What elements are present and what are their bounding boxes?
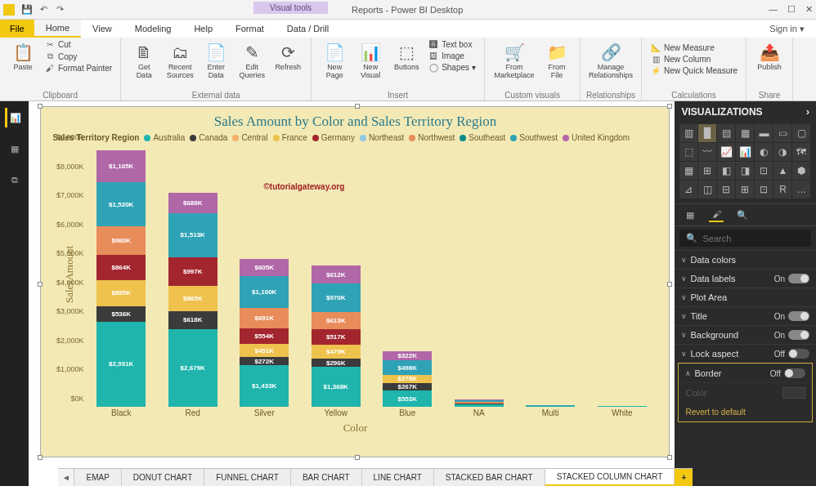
publish-button[interactable]: 📤Publish	[751, 39, 787, 74]
report-view-icon[interactable]: 📊	[5, 108, 25, 127]
bar-column[interactable]: $2,931K$536K$895K$864K$980K$1,520K$1,105…	[85, 150, 157, 407]
bar-column[interactable]	[443, 399, 515, 407]
bar-segment[interactable]: $554K	[240, 328, 289, 345]
redo-icon[interactable]: ↷	[52, 2, 67, 17]
data-drill-tab[interactable]: Data / Drill	[276, 20, 340, 37]
legend-item[interactable]: Germany	[312, 133, 355, 142]
bar-segment[interactable]: $278K	[383, 375, 432, 383]
bar-segment[interactable]: $605K	[240, 259, 289, 277]
visual-type-button[interactable]: ⊞	[736, 181, 754, 198]
bar-segment[interactable]: $2,931K	[96, 322, 146, 407]
visual-type-button[interactable]: ◧	[717, 162, 735, 180]
manage-relationships-button[interactable]: 🔗Manage Relationships	[585, 39, 636, 82]
close-icon[interactable]: ✕	[805, 4, 813, 15]
bar-segment[interactable]: $688K	[168, 193, 217, 212]
stacked-column-chart-visual[interactable]: Sales Amount by Color and Sales Territor…	[40, 106, 670, 457]
bar-segment[interactable]: $997K	[168, 257, 217, 286]
bar-segment[interactable]: $1,433K	[240, 365, 289, 407]
property-row[interactable]: ∨Data labelsOn	[675, 269, 816, 288]
bar-segment[interactable]: $895K	[96, 280, 146, 306]
property-toggle[interactable]	[788, 311, 809, 321]
new-measure-button[interactable]: 📐New Measure	[650, 42, 738, 53]
bar-segment[interactable]: $479K	[312, 345, 361, 359]
fields-tab-icon[interactable]: ▦	[683, 207, 697, 222]
visual-type-button[interactable]: ▢	[792, 124, 810, 142]
revert-to-default-link[interactable]: Revert to default	[679, 403, 812, 421]
bar-segment[interactable]: $1,520K	[96, 182, 146, 226]
view-tab[interactable]: View	[81, 20, 123, 37]
visual-type-button[interactable]: ▭	[773, 124, 791, 142]
page-tab[interactable]: STACKED COLUMN CHART	[545, 469, 675, 486]
paste-button[interactable]: 📋Paste	[5, 39, 41, 74]
visual-type-button[interactable]: ▦	[736, 124, 754, 142]
legend-item[interactable]: Southeast	[460, 133, 505, 142]
visual-type-button[interactable]: …	[792, 181, 810, 198]
visual-type-button[interactable]: ⊿	[679, 181, 697, 198]
bar-segment[interactable]: $612K	[312, 265, 361, 283]
help-tab[interactable]: Help	[182, 20, 224, 37]
property-row[interactable]: ∨Data colors	[675, 250, 816, 269]
border-toggle[interactable]	[784, 368, 805, 378]
new-page-button[interactable]: 📄New Page	[316, 39, 352, 82]
from-marketplace-button[interactable]: 🛒From Marketplace	[490, 39, 539, 82]
from-file-button[interactable]: 📁From File	[539, 39, 575, 82]
legend-item[interactable]: Northeast	[360, 133, 404, 142]
recent-sources-button[interactable]: 🗂Recent Sources	[162, 39, 198, 82]
visual-type-button[interactable]: ▤	[717, 124, 735, 142]
format-search[interactable]: 🔍	[679, 230, 811, 247]
visual-type-button[interactable]: ⊞	[698, 162, 716, 180]
bar-segment[interactable]: $1,368K	[312, 367, 361, 407]
page-tab[interactable]: STACKED BAR CHART	[434, 469, 545, 486]
visual-type-button[interactable]: ⊡	[755, 181, 773, 198]
bar-segment[interactable]: $2,679K	[168, 329, 217, 407]
bar-segment[interactable]: $865K	[168, 286, 217, 311]
legend-item[interactable]: Southwest	[510, 133, 558, 142]
bar-segment[interactable]	[526, 406, 575, 407]
visual-type-button[interactable]: ⬚	[679, 143, 697, 161]
visual-type-button[interactable]: 📈	[717, 143, 735, 161]
visual-type-button[interactable]: ◐	[755, 143, 773, 161]
visual-type-button[interactable]: 📊	[736, 143, 754, 161]
page-tab[interactable]: LINE CHART	[362, 469, 434, 486]
page-tab[interactable]: EMAP	[74, 469, 121, 486]
shapes-button[interactable]: ◯Shapes ▾	[428, 62, 476, 73]
bar-segment[interactable]: $451K	[240, 344, 289, 357]
bar-column[interactable]: $1,368K$296K$479K$517K$613K$970K$612K	[300, 265, 372, 407]
image-button[interactable]: 🖼Image	[428, 51, 476, 61]
modeling-tab[interactable]: Modeling	[123, 20, 183, 37]
bar-segment[interactable]: $864K	[96, 255, 146, 280]
bar-column[interactable]	[514, 405, 586, 407]
border-row[interactable]: ∧ Border Off	[679, 364, 812, 382]
bar-column[interactable]	[586, 406, 658, 407]
add-page-button[interactable]: +	[675, 469, 693, 486]
visual-type-button[interactable]: 🗺	[792, 143, 810, 161]
analytics-tab-icon[interactable]: 🔍	[735, 207, 750, 222]
save-icon[interactable]: 💾	[20, 2, 34, 17]
textbox-button[interactable]: 🅰Text box	[428, 39, 476, 50]
bar-segment[interactable]: $498K	[383, 360, 432, 375]
bar-segment[interactable]: $970K	[312, 283, 361, 311]
legend-item[interactable]: Central	[232, 133, 267, 142]
bar-segment[interactable]: $980K	[96, 226, 146, 255]
bar-segment[interactable]: $691K	[240, 308, 289, 328]
new-column-button[interactable]: ▥New Column	[650, 54, 738, 65]
edit-queries-button[interactable]: ✎Edit Queries	[234, 39, 270, 82]
property-toggle[interactable]	[788, 330, 809, 340]
property-row[interactable]: ∨Plot Area	[675, 288, 816, 306]
format-tab[interactable]: Format	[224, 20, 276, 37]
undo-icon[interactable]: ↶	[36, 2, 51, 17]
page-tab[interactable]: BAR CHART	[291, 469, 362, 486]
visual-type-button[interactable]: ⊡	[755, 162, 773, 180]
legend-item[interactable]: United Kingdom	[563, 133, 630, 142]
bar-segment[interactable]: $1,105K	[96, 150, 146, 182]
enter-data-button[interactable]: 📄Enter Data	[198, 39, 234, 82]
data-view-icon[interactable]: ▦	[5, 139, 25, 158]
maximize-icon[interactable]: ☐	[787, 4, 796, 15]
bar-segment[interactable]: $296K	[312, 359, 361, 368]
bar-column[interactable]: $1,433K$272K$451K$554K$691K$1,100K$605K	[228, 259, 300, 407]
bar-segment[interactable]	[598, 406, 647, 407]
visual-type-button[interactable]: ▦	[679, 162, 697, 180]
visual-type-button[interactable]: ▬	[755, 124, 773, 142]
buttons-button[interactable]: ⬚Buttons	[388, 39, 424, 74]
visual-type-button[interactable]: R	[773, 181, 791, 198]
